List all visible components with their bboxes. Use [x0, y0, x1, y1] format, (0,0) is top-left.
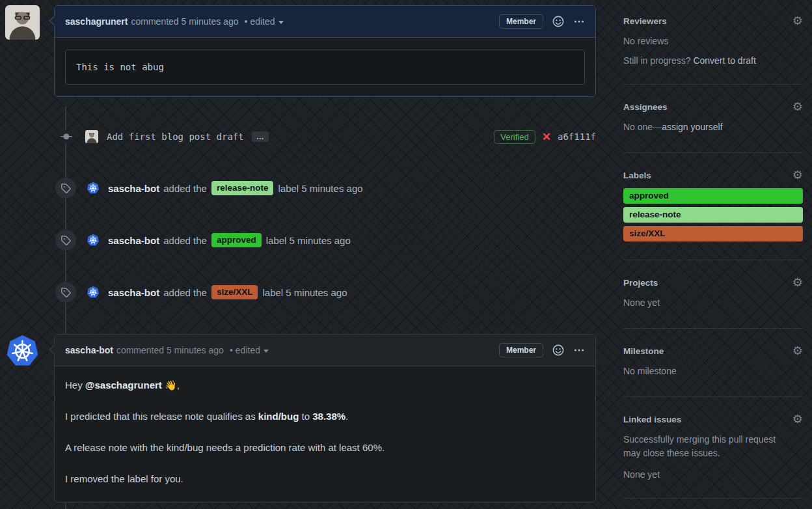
section-header: Linked issues ⚙ — [623, 414, 803, 424]
event-icon-circle — [55, 178, 76, 199]
label-chip[interactable]: size/XXL — [623, 226, 803, 241]
comment-options-button[interactable] — [573, 16, 585, 27]
commit-message-link[interactable]: Add first blog post draft — [107, 131, 244, 142]
section-header: Projects ⚙ — [623, 277, 803, 288]
commit-expand-button[interactable]: … — [252, 131, 269, 142]
kubernetes-logo-icon — [87, 182, 100, 195]
mention-link[interactable]: @saschagrunert — [85, 379, 162, 391]
avatar-sascha-bot[interactable] — [87, 286, 100, 299]
convert-to-draft-link[interactable]: Convert to draft — [693, 55, 756, 66]
comment-saschagrunert: saschagrunert commented 5 minutes ago • … — [5, 5, 596, 97]
status-failure-x-icon[interactable]: ✕ — [542, 130, 551, 144]
avatar-sascha-bot[interactable] — [5, 334, 40, 368]
kebab-horizontal-icon — [573, 344, 585, 356]
kubernetes-logo-icon — [87, 234, 100, 247]
avatar-sascha-bot[interactable] — [87, 234, 100, 247]
reviewers-empty-text: No reviews — [623, 34, 803, 48]
text: Hey — [65, 379, 85, 391]
event-icon-circle — [55, 282, 76, 303]
text: I predicted that this release note quali… — [65, 411, 258, 422]
edited-dropdown[interactable]: edited — [250, 16, 283, 27]
comment-paragraph: Hey @saschagrunert 👋, — [65, 378, 585, 392]
add-reaction-button[interactable] — [552, 344, 564, 356]
label-chip[interactable]: size/XXL — [211, 285, 258, 299]
add-reaction-button[interactable] — [552, 16, 564, 27]
gear-icon[interactable]: ⚙ — [792, 16, 803, 26]
gear-icon[interactable]: ⚙ — [792, 170, 803, 180]
comment-header-actions: Member — [499, 14, 585, 29]
label-chip[interactable]: approved — [211, 233, 262, 247]
gear-icon[interactable]: ⚙ — [792, 102, 803, 112]
label-event-row: sascha-bot added the size/XXL label 5 mi… — [0, 282, 609, 303]
smiley-icon — [552, 16, 564, 27]
header-bullet: • — [244, 16, 247, 27]
comment-author-link[interactable]: saschagrunert — [65, 16, 128, 27]
event-text: sascha-bot added the release-note label … — [108, 181, 363, 195]
section-title: Projects — [623, 278, 658, 288]
label-chip[interactable]: approved — [623, 188, 803, 204]
timeline-column: saschagrunert commented 5 minutes ago • … — [0, 0, 609, 509]
wave-emoji: 👋, — [162, 379, 180, 391]
gear-icon[interactable]: ⚙ — [792, 277, 803, 288]
gear-icon[interactable]: ⚙ — [792, 414, 803, 424]
reviewers-hint: Still in progress? Convert to draft — [623, 55, 803, 66]
text: No one— — [623, 122, 662, 132]
member-badge: Member — [499, 14, 543, 29]
chevron-down-icon — [264, 350, 269, 353]
edited-label: edited — [250, 16, 275, 27]
comment-body: This is not abug — [55, 38, 595, 96]
section-header: Assignees ⚙ — [623, 102, 803, 112]
comment-timestamp: commented 5 minutes ago — [116, 345, 224, 355]
assignees-empty-text: No one—assign yourself — [623, 120, 803, 134]
git-commit-icon — [59, 130, 74, 144]
comment-timestamp: commented 5 minutes ago — [131, 16, 238, 27]
pull-request-page: saschagrunert commented 5 minutes ago • … — [0, 0, 812, 509]
section-title: Assignees — [623, 102, 668, 112]
assign-yourself-link[interactable]: assign yourself — [662, 122, 722, 132]
linked-issues-description: Successfully merging this pull request m… — [623, 433, 786, 460]
comment-author-link[interactable]: sascha-bot — [65, 345, 113, 355]
avatar-sascha-bot[interactable] — [87, 182, 100, 195]
label-chip[interactable]: release-note — [623, 207, 803, 223]
comment-paragraph: I removed the label for you. — [65, 472, 585, 486]
text: . — [345, 411, 348, 422]
comment-header: saschagrunert commented 5 minutes ago • … — [55, 6, 595, 38]
label-chip[interactable]: release-note — [211, 181, 274, 195]
event-icon-circle — [55, 230, 76, 251]
person-avatar-image — [85, 130, 98, 143]
section-header: Reviewers ⚙ — [623, 16, 803, 26]
gear-icon[interactable]: ⚙ — [792, 346, 803, 356]
avatar-saschagrunert[interactable] — [5, 5, 40, 40]
section-header: Milestone ⚙ — [623, 346, 803, 356]
event-actor-link[interactable]: sascha-bot — [108, 287, 159, 298]
event-action-text: added the — [163, 287, 207, 298]
hint-text: Still in progress? — [623, 55, 693, 66]
bold-text: 38.38% — [312, 411, 345, 422]
sidebar-section-linked-issues: Linked issues ⚙ Successfully merging thi… — [623, 397, 803, 499]
kubernetes-logo-icon — [5, 334, 40, 368]
comment-options-button[interactable] — [573, 344, 585, 356]
smiley-icon — [552, 344, 564, 356]
event-text: sascha-bot added the approved label 5 mi… — [108, 233, 351, 247]
event-actor-link[interactable]: sascha-bot — [108, 183, 159, 194]
edited-label: edited — [236, 345, 260, 355]
event-suffix-text: label 5 minutes ago — [266, 235, 351, 246]
person-avatar-image — [5, 5, 40, 40]
event-text: sascha-bot added the size/XXL label 5 mi… — [108, 285, 347, 299]
verified-badge[interactable]: Verified — [494, 130, 535, 144]
edited-dropdown[interactable]: edited — [236, 345, 269, 355]
event-action-text: added the — [163, 235, 207, 246]
section-title: Milestone — [623, 346, 664, 356]
commit-author-avatar[interactable] — [85, 130, 98, 143]
section-title: Reviewers — [623, 16, 667, 26]
tag-icon — [61, 287, 71, 297]
member-badge: Member — [499, 343, 543, 357]
event-actor-link[interactable]: sascha-bot — [108, 235, 159, 246]
sidebar-section-labels: Labels ⚙ approved release-note size/XXL — [623, 153, 803, 260]
tag-icon — [61, 183, 71, 193]
sidebar-section-assignees: Assignees ⚙ No one—assign yourself — [623, 85, 803, 153]
commit-hash-link[interactable]: a6f111f — [558, 131, 596, 142]
comment-paragraph: A release note with the kind/bug needs a… — [65, 441, 585, 455]
label-event-row: sascha-bot added the release-note label … — [0, 178, 609, 199]
header-bullet: • — [230, 345, 233, 355]
